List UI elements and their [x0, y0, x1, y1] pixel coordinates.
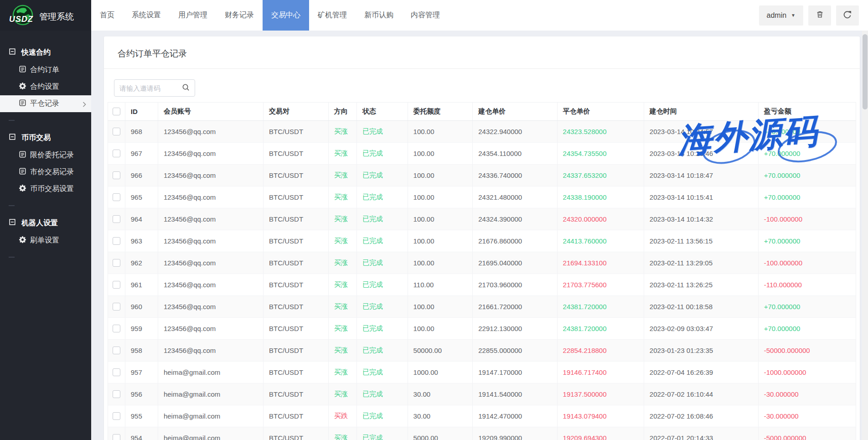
cell-status: 已完成 — [357, 340, 408, 361]
table-row: 965123456@qq.comBTC/USDT买涨已完成100.0024321… — [108, 186, 856, 208]
search-icon[interactable] — [182, 83, 190, 93]
chevron-right-icon — [83, 101, 86, 109]
cell-id: 960 — [125, 296, 158, 317]
records-table: ID会员账号交易对方向状态委托额度建仓单价平仓单价建仓时间盈亏金额 968123… — [108, 102, 856, 440]
table-row: 956heima@gmail.comBTC/USDT买涨已完成30.001914… — [108, 383, 856, 405]
table-row: 960123456@qq.comBTC/USDT买涨已完成100.0021661… — [108, 296, 856, 318]
row-checkbox[interactable] — [113, 412, 120, 420]
cell-amount: 100.00 — [408, 165, 473, 186]
header-cell-open_time: 建仓时间 — [644, 103, 759, 120]
cell-open_time: 2023-03-14 10:18:47 — [644, 165, 759, 186]
table-row: 963123456@qq.comBTC/USDT买涨已完成100.0021676… — [108, 230, 856, 252]
row-checkbox[interactable] — [113, 193, 120, 201]
cell-direction: 买涨 — [329, 143, 357, 164]
trash-icon — [816, 10, 824, 20]
cell-direction: 买涨 — [329, 121, 357, 142]
cell-open_time: 2023-02-09 03:03:47 — [644, 318, 759, 339]
sidebar-item-0-1[interactable]: 合约设置 — [0, 78, 91, 95]
row-checkbox[interactable] — [113, 150, 120, 157]
select-all-checkbox[interactable] — [113, 108, 120, 115]
nav-item-0[interactable]: 首页 — [91, 0, 123, 31]
nav-item-5[interactable]: 矿机管理 — [309, 0, 356, 31]
cell-status: 已完成 — [357, 252, 408, 274]
sidebar-item-label: 刷单设置 — [30, 236, 59, 245]
sidebar-item-label: 市价交易记录 — [30, 167, 74, 177]
table-row: 959123456@qq.comBTC/USDT买涨已完成100.0022912… — [108, 318, 856, 340]
row-checkbox[interactable] — [113, 281, 120, 289]
cell-direction: 买涨 — [329, 362, 357, 383]
row-checkbox[interactable] — [113, 303, 120, 311]
sidebar-divider — [9, 205, 15, 206]
search-input[interactable] — [119, 84, 179, 92]
cell-cb — [108, 383, 125, 405]
cell-status: 已完成 — [357, 121, 408, 142]
row-checkbox[interactable] — [113, 237, 120, 245]
sidebar-item-1-0[interactable]: 限价委托记录 — [0, 147, 91, 164]
sidebar-section-0[interactable]: 快速合约 — [0, 43, 91, 62]
cell-open_time: 2023-03-14 10:23:46 — [644, 143, 759, 164]
sidebar-item-2-0[interactable]: 刷单设置 — [0, 232, 91, 249]
cell-profit: -100.000000 — [759, 208, 856, 230]
cell-cb — [108, 274, 125, 295]
row-checkbox[interactable] — [113, 171, 120, 179]
cell-amount: 1000.00 — [408, 362, 473, 383]
cell-pair: BTC/USDT — [264, 318, 329, 339]
row-checkbox[interactable] — [113, 325, 120, 332]
nav-item-6[interactable]: 新币认购 — [356, 0, 402, 31]
scrollbar-thumb[interactable] — [863, 34, 868, 109]
nav-item-2[interactable]: 用户管理 — [170, 0, 216, 31]
trash-button[interactable] — [808, 5, 831, 26]
scrollbar[interactable] — [862, 31, 868, 440]
header-cell-amount: 委托额度 — [408, 103, 473, 120]
cell-amount: 50000.00 — [408, 340, 473, 361]
cell-cb — [108, 318, 125, 339]
cell-open_price: 21695.040000 — [473, 252, 557, 274]
cell-cb — [108, 252, 125, 274]
cell-profit: -30.000000 — [759, 383, 856, 405]
cell-pair: BTC/USDT — [264, 427, 329, 440]
nav-item-4[interactable]: 交易中心 — [263, 0, 309, 31]
header-cell-status: 状态 — [357, 103, 408, 120]
row-checkbox[interactable] — [113, 390, 120, 398]
cell-open_time: 2023-03-14 10:15:41 — [644, 186, 759, 208]
row-checkbox[interactable] — [113, 259, 120, 267]
cell-open_time: 2022-07-01 20:14:33 — [644, 427, 759, 440]
list-icon — [19, 168, 26, 176]
sidebar-section-title: 机器人设置 — [21, 218, 58, 228]
header-cell-cb — [108, 103, 125, 120]
cell-status: 已完成 — [357, 296, 408, 317]
sidebar-item-0-2[interactable]: 平仓记录 — [0, 95, 91, 112]
sidebar-section-1[interactable]: 币币交易 — [0, 129, 91, 147]
row-checkbox[interactable] — [113, 128, 120, 135]
sidebar-item-1-1[interactable]: 市价交易记录 — [0, 164, 91, 181]
cell-direction: 买涨 — [329, 318, 357, 339]
header-cell-id: ID — [125, 103, 158, 120]
nav-item-1[interactable]: 系统设置 — [123, 0, 170, 31]
row-checkbox[interactable] — [113, 347, 120, 354]
nav-item-7[interactable]: 内容管理 — [402, 0, 449, 31]
list-icon — [19, 151, 26, 160]
logout-button[interactable] — [836, 5, 859, 26]
cell-pair: BTC/USDT — [264, 208, 329, 230]
table-row: 966123456@qq.comBTC/USDT买涨已完成100.0024336… — [108, 165, 856, 186]
cell-pair: BTC/USDT — [264, 230, 329, 252]
cell-cb — [108, 427, 125, 440]
cell-open_price: 21676.860000 — [473, 230, 557, 252]
row-checkbox[interactable] — [113, 215, 120, 223]
sidebar-item-0-0[interactable]: 合约订单 — [0, 62, 91, 78]
page-title: 合约订单平仓记录 — [118, 48, 846, 60]
sidebar-section-2[interactable]: 机器人设置 — [0, 214, 91, 232]
cell-profit: +70.000000 — [759, 230, 856, 252]
row-checkbox[interactable] — [113, 368, 120, 376]
cell-account: 123456@qq.com — [158, 230, 264, 252]
cell-open_price: 24322.940000 — [473, 121, 557, 142]
cell-open_time: 2022-07-02 16:08:46 — [644, 405, 759, 427]
admin-dropdown[interactable]: admin ▼ — [759, 5, 803, 26]
header-cell-open_price: 建仓单价 — [473, 103, 557, 120]
table-body: 968123456@qq.comBTC/USDT买涨已完成100.0024322… — [108, 121, 856, 440]
cell-amount: 100.00 — [408, 208, 473, 230]
row-checkbox[interactable] — [113, 434, 120, 440]
sidebar-item-1-2[interactable]: 币币交易设置 — [0, 181, 91, 197]
cell-profit: +70.000000 — [759, 143, 856, 164]
nav-item-3[interactable]: 财务记录 — [216, 0, 263, 31]
